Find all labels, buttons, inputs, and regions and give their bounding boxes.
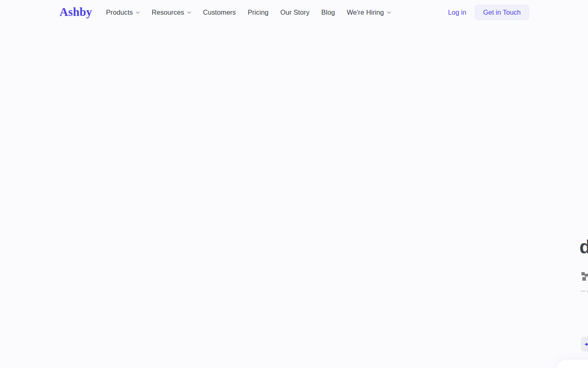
nav-item-resources[interactable]: Resources (152, 9, 191, 16)
testimonial-attribution-fragment: — A (581, 288, 588, 294)
ashby-logo[interactable]: Ashby (60, 6, 92, 18)
pixel-squares-icon (581, 272, 588, 284)
main-nav: Products Resources Customers Pricing Our… (106, 9, 391, 16)
chevron-down-icon (136, 11, 140, 14)
page-body-blank (0, 24, 588, 368)
nav-item-were-hiring[interactable]: We're Hiring (347, 9, 391, 16)
arrow-left-icon (584, 341, 588, 348)
chevron-down-icon (187, 11, 191, 14)
nav-item-our-story[interactable]: Our Story (281, 9, 310, 16)
nav-item-products[interactable]: Products (106, 9, 140, 16)
testimonial-quote-fragment: d (579, 237, 588, 256)
chevron-down-icon (387, 11, 391, 14)
login-link[interactable]: Log in (448, 9, 466, 16)
nav-item-label: Our Story (281, 9, 310, 16)
carousel-prev-button[interactable] (581, 337, 588, 352)
nav-item-pricing[interactable]: Pricing (248, 9, 268, 16)
get-in-touch-button[interactable]: Get in Touch (475, 5, 529, 20)
nav-item-label: Pricing (248, 9, 268, 16)
nav-item-label: Resources (152, 9, 184, 16)
header-actions: Log in Get in Touch (448, 5, 529, 20)
nav-item-blog[interactable]: Blog (321, 9, 335, 16)
nav-item-label: Customers (203, 9, 236, 16)
nav-item-customers[interactable]: Customers (203, 9, 236, 16)
nav-item-label: Blog (321, 9, 335, 16)
nav-item-label: We're Hiring (347, 9, 384, 16)
nav-item-label: Products (106, 9, 133, 16)
top-navigation-bar: Ashby Products Resources Customers Prici… (0, 0, 588, 24)
